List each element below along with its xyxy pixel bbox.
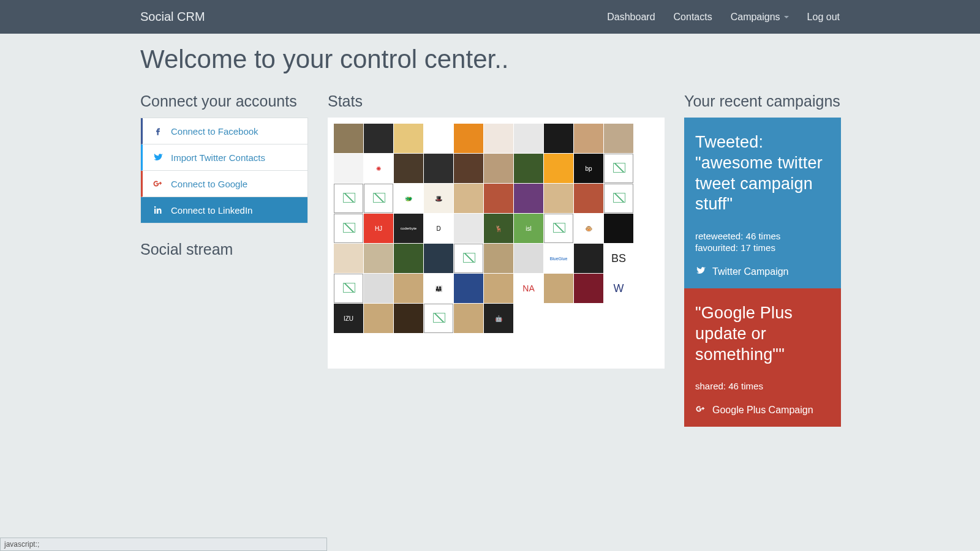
avatar[interactable]: [424, 154, 453, 183]
avatar[interactable]: [364, 274, 393, 303]
avatar[interactable]: coderbyte: [394, 214, 423, 243]
avatar[interactable]: [544, 274, 573, 303]
avatar[interactable]: 👨‍👩‍👧: [424, 274, 453, 303]
brand[interactable]: Social CRM: [140, 10, 205, 24]
campaign-card-google[interactable]: "Google Plus update or something"" share…: [684, 288, 841, 427]
avatar[interactable]: NA: [514, 274, 543, 303]
avatar[interactable]: [604, 124, 633, 153]
avatar[interactable]: [484, 184, 513, 213]
avatar[interactable]: HJ: [364, 214, 393, 243]
avatar[interactable]: [364, 184, 393, 213]
avatar[interactable]: [454, 214, 483, 243]
avatar[interactable]: [544, 184, 573, 213]
avatar[interactable]: W: [604, 274, 633, 303]
avatar[interactable]: IZU: [334, 304, 363, 333]
avatar[interactable]: BlueGlue: [544, 244, 573, 273]
avatar[interactable]: [544, 214, 573, 243]
avatar[interactable]: [334, 124, 363, 153]
avatar[interactable]: [394, 304, 423, 333]
avatar[interactable]: [574, 274, 603, 303]
nav-logout[interactable]: Log out: [807, 12, 840, 23]
campaign-google-footer: Google Plus Campaign: [695, 403, 830, 417]
avatar[interactable]: BS: [604, 244, 633, 273]
avatar[interactable]: bp: [574, 154, 603, 183]
avatar[interactable]: [364, 304, 393, 333]
nav-contacts[interactable]: Contacts: [674, 12, 712, 23]
avatar[interactable]: [514, 184, 543, 213]
avatar[interactable]: [604, 154, 633, 183]
avatar[interactable]: [574, 184, 603, 213]
campaign-google-shared: shared: 46 times: [695, 381, 830, 391]
avatar-grid: ✺bp🐲🎩HJcoderbyteD🦌isl🐵BlueGlueBS👨‍👩‍👧NAW…: [334, 124, 658, 333]
connect-list: Connect to Facebook Import Twitter Conta…: [140, 118, 308, 223]
avatar[interactable]: [484, 124, 513, 153]
avatar[interactable]: [604, 214, 633, 243]
avatar[interactable]: [484, 154, 513, 183]
avatar[interactable]: [394, 274, 423, 303]
campaign-card-twitter[interactable]: Tweeted: "awesome twitter tweet campaign…: [684, 118, 841, 288]
twitter-icon: [153, 152, 164, 163]
avatar[interactable]: isl: [514, 214, 543, 243]
avatar[interactable]: [394, 154, 423, 183]
avatar[interactable]: 🎩: [424, 184, 453, 213]
campaign-twitter-retweets: reteweeted: 46 times: [695, 231, 830, 241]
avatar[interactable]: [454, 244, 483, 273]
avatar[interactable]: [364, 244, 393, 273]
nav-campaigns[interactable]: Campaigns: [731, 12, 789, 23]
avatar[interactable]: [544, 154, 573, 183]
connect-linkedin-label: Connect to LinkedIn: [171, 205, 252, 216]
nav-campaigns-label: Campaigns: [731, 12, 780, 23]
avatar[interactable]: [394, 244, 423, 273]
chevron-down-icon: [784, 16, 789, 18]
connect-facebook[interactable]: Connect to Facebook: [141, 118, 307, 144]
twitter-icon: [695, 265, 706, 279]
connect-twitter-label: Import Twitter Contacts: [171, 152, 265, 163]
avatar[interactable]: [454, 154, 483, 183]
connect-linkedin[interactable]: Connect to LinkedIn: [141, 197, 307, 223]
avatar[interactable]: D: [424, 214, 453, 243]
avatar[interactable]: [334, 184, 363, 213]
avatar[interactable]: [394, 124, 423, 153]
avatar[interactable]: ✺: [364, 154, 393, 183]
campaign-twitter-footer-label: Twitter Campaign: [712, 266, 789, 277]
avatar[interactable]: [514, 124, 543, 153]
avatar[interactable]: [484, 244, 513, 273]
avatar[interactable]: [544, 124, 573, 153]
avatar[interactable]: [334, 214, 363, 243]
linkedin-icon: [153, 204, 164, 216]
nav-dashboard[interactable]: Dashboard: [607, 12, 655, 23]
stats-box: ✺bp🐲🎩HJcoderbyteD🦌isl🐵BlueGlueBS👨‍👩‍👧NAW…: [328, 118, 665, 369]
campaign-google-footer-label: Google Plus Campaign: [712, 405, 813, 416]
connect-twitter[interactable]: Import Twitter Contacts: [141, 144, 307, 171]
avatar[interactable]: [574, 124, 603, 153]
avatar[interactable]: 🐲: [394, 184, 423, 213]
google-plus-icon: [695, 403, 706, 417]
avatar[interactable]: [514, 244, 543, 273]
avatar[interactable]: [574, 244, 603, 273]
campaigns-heading: Your recent campaigns: [684, 92, 841, 110]
avatar[interactable]: [454, 124, 483, 153]
avatar[interactable]: 🐵: [574, 214, 603, 243]
connect-google-label: Connect to Google: [171, 179, 247, 189]
stream-heading: Social stream: [140, 241, 308, 258]
campaign-twitter-headline: Tweeted: "awesome twitter tweet campaign…: [695, 132, 830, 215]
avatar[interactable]: [514, 154, 543, 183]
connect-google[interactable]: Connect to Google: [141, 171, 307, 197]
avatar[interactable]: [604, 184, 633, 213]
navbar: Social CRM Dashboard Contacts Campaigns …: [0, 0, 980, 34]
avatar[interactable]: 🦌: [484, 214, 513, 243]
avatar[interactable]: [334, 244, 363, 273]
nav-links: Dashboard Contacts Campaigns Log out: [607, 12, 840, 23]
avatar[interactable]: [334, 154, 363, 183]
avatar[interactable]: [424, 304, 453, 333]
avatar[interactable]: [424, 244, 453, 273]
avatar[interactable]: [424, 124, 453, 153]
avatar[interactable]: [454, 274, 483, 303]
google-plus-icon: [153, 178, 164, 189]
avatar[interactable]: [334, 274, 363, 303]
avatar[interactable]: 🤖: [484, 304, 513, 333]
avatar[interactable]: [484, 274, 513, 303]
avatar[interactable]: [454, 184, 483, 213]
avatar[interactable]: [364, 124, 393, 153]
avatar[interactable]: [454, 304, 483, 333]
